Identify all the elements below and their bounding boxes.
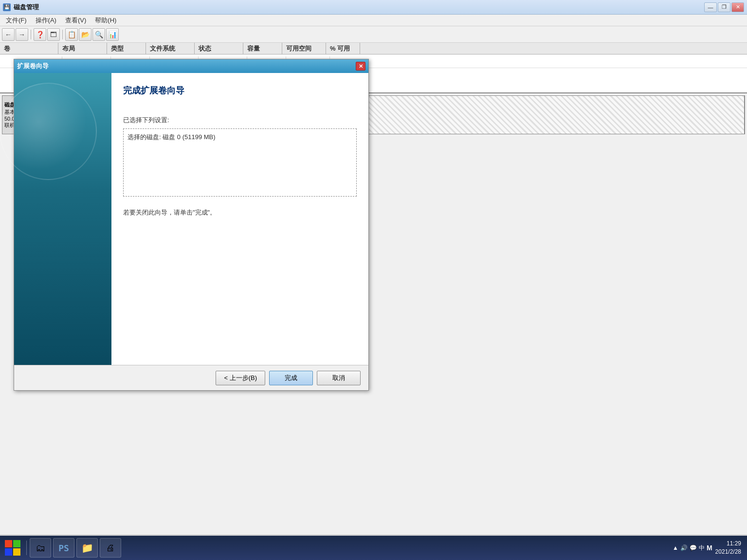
taskbar-right: ▲ 🔊 💬 中 M 11:29 2021/2/28 bbox=[673, 540, 745, 556]
toolbar: ← → ❓ 🗔 📋 📂 🔍 📊 bbox=[0, 26, 747, 43]
title-bar-left: 💾 磁盘管理 bbox=[3, 3, 39, 12]
finish-button[interactable]: 完成 bbox=[269, 371, 313, 385]
toolbar-separator-1 bbox=[31, 30, 31, 39]
wizard-dialog: 扩展卷向导 ✕ 完成扩展卷向导 已选择下列设置: 选择的磁盘: 磁盘 0 (51… bbox=[14, 59, 369, 391]
title-bar: 💾 磁盘管理 — ❐ ✕ bbox=[0, 0, 747, 15]
search-button[interactable]: 🔍 bbox=[92, 28, 105, 41]
col-status: 状态 bbox=[195, 43, 243, 54]
dialog-body: 完成扩展卷向导 已选择下列设置: 选择的磁盘: 磁盘 0 (51199 MB) … bbox=[14, 73, 368, 365]
minimize-button[interactable]: — bbox=[704, 2, 717, 12]
menu-action[interactable]: 操作(A) bbox=[32, 15, 60, 26]
col-type: 类型 bbox=[107, 43, 146, 54]
dialog-note: 若要关闭此向导，请单击"完成"。 bbox=[123, 208, 357, 217]
app-icon: 💾 bbox=[3, 3, 11, 11]
tray-lang-icon[interactable]: 中 bbox=[699, 544, 705, 552]
clock-date: 2021/2/28 bbox=[715, 548, 741, 556]
tray-network-icon[interactable]: 💬 bbox=[690, 544, 697, 551]
properties-button[interactable]: 📋 bbox=[65, 28, 78, 41]
info-box-content: 选择的磁盘: 磁盘 0 (51199 MB) bbox=[128, 133, 352, 142]
taskbar-app-folder[interactable]: 📁 bbox=[76, 538, 98, 558]
windows-logo bbox=[5, 540, 20, 556]
forward-button[interactable]: → bbox=[16, 28, 28, 41]
back-button[interactable]: ← bbox=[2, 28, 15, 41]
taskbar-app-powershell[interactable]: PS bbox=[53, 538, 74, 558]
cancel-button[interactable]: 取消 bbox=[317, 371, 361, 385]
col-filesystem: 文件系统 bbox=[146, 43, 195, 54]
spacer-1 bbox=[123, 108, 357, 116]
dialog-content: 完成扩展卷向导 已选择下列设置: 选择的磁盘: 磁盘 0 (51199 MB) … bbox=[111, 73, 368, 365]
dialog-sidebar bbox=[14, 73, 111, 365]
open-button[interactable]: 📂 bbox=[79, 28, 91, 41]
col-pct-free: % 可用 bbox=[326, 43, 360, 54]
view-button[interactable]: 🗔 bbox=[47, 28, 60, 41]
taskbar-separator-1 bbox=[26, 541, 27, 555]
start-button[interactable] bbox=[2, 538, 23, 558]
clock-time: 11:29 bbox=[715, 540, 741, 548]
col-capacity: 容量 bbox=[243, 43, 282, 54]
menu-help[interactable]: 帮助(H) bbox=[91, 15, 120, 26]
sidebar-decoration bbox=[0, 83, 97, 180]
dialog-close-button[interactable]: ✕ bbox=[356, 62, 365, 71]
taskbar: 🗂 PS 📁 🖨 ▲ 🔊 💬 中 M 11:29 2021/2/28 bbox=[0, 536, 747, 560]
dialog-title: 扩展卷向导 bbox=[17, 62, 49, 71]
table-header: 卷 布局 类型 文件系统 状态 容量 可用空间 % 可用 bbox=[0, 43, 747, 54]
menu-bar: 文件(F) 操作(A) 查看(V) 帮助(H) bbox=[0, 15, 747, 26]
menu-file[interactable]: 文件(F) bbox=[2, 15, 31, 26]
taskbar-app-explorer[interactable]: 🗂 bbox=[30, 538, 51, 558]
back-button[interactable]: < 上一步(B) bbox=[216, 371, 265, 385]
tray-icons: ▲ 🔊 💬 中 M bbox=[673, 544, 712, 552]
dialog-info-box: 选择的磁盘: 磁盘 0 (51199 MB) bbox=[123, 128, 357, 197]
tray-sound-icon[interactable]: 🔊 bbox=[680, 544, 688, 551]
taskbar-app-printer[interactable]: 🖨 bbox=[100, 538, 121, 558]
close-button[interactable]: ✕ bbox=[731, 2, 744, 12]
dialog-section-label: 已选择下列设置: bbox=[123, 116, 357, 125]
window-title: 磁盘管理 bbox=[14, 3, 39, 12]
col-free-space: 可用空间 bbox=[282, 43, 326, 54]
chart-button[interactable]: 📊 bbox=[106, 28, 119, 41]
window-controls: — ❐ ✕ bbox=[704, 2, 744, 12]
dialog-footer: < 上一步(B) 完成 取消 bbox=[14, 365, 368, 390]
col-layout: 布局 bbox=[58, 43, 107, 54]
dialog-title-bar: 扩展卷向导 ✕ bbox=[14, 59, 368, 73]
dialog-heading: 完成扩展卷向导 bbox=[123, 85, 357, 96]
taskbar-clock[interactable]: 11:29 2021/2/28 bbox=[715, 540, 741, 556]
toolbar-separator-2 bbox=[62, 30, 63, 39]
tray-m-icon[interactable]: M bbox=[707, 544, 712, 552]
col-volume: 卷 bbox=[0, 43, 58, 54]
menu-view[interactable]: 查看(V) bbox=[61, 15, 90, 26]
tray-up-arrow[interactable]: ▲ bbox=[673, 544, 678, 551]
help-button[interactable]: ❓ bbox=[34, 28, 46, 41]
restore-button[interactable]: ❐ bbox=[718, 2, 730, 12]
